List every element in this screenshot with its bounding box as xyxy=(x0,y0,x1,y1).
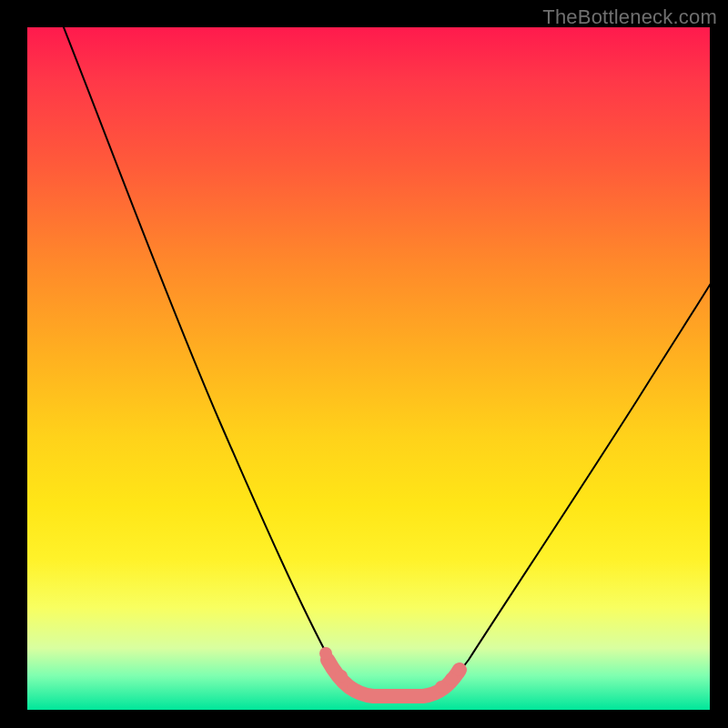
chart-svg xyxy=(27,27,710,710)
highlight-dot xyxy=(319,647,332,660)
highlight-dot xyxy=(435,681,448,693)
highlight-dot xyxy=(335,670,348,682)
highlight-dot xyxy=(452,663,465,676)
chart-plot-area xyxy=(27,27,710,710)
watermark-source: TheBottleneck.com xyxy=(542,5,717,29)
highlight-dot xyxy=(347,682,359,695)
bottleneck-curve xyxy=(62,27,710,693)
